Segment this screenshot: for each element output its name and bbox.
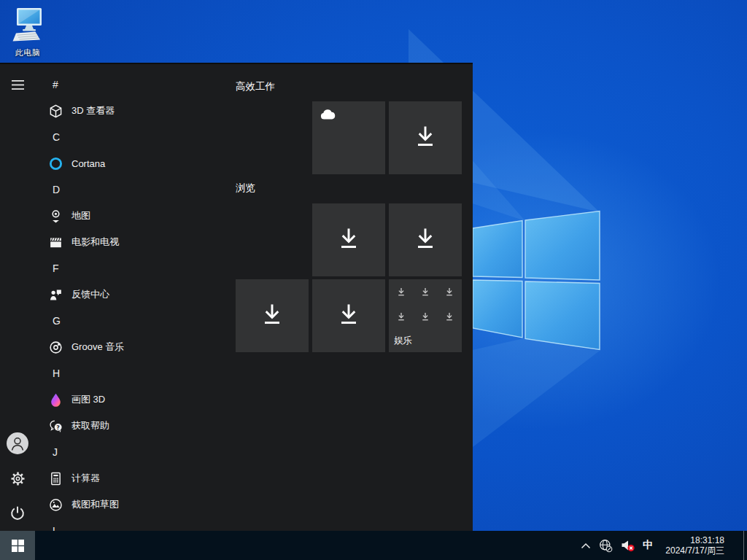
- download-arrow-icon: [414, 125, 437, 151]
- app-item-groove-music[interactable]: Groove 音乐: [35, 334, 232, 360]
- letter-label: J: [53, 446, 58, 458]
- app-list-letter-c[interactable]: C: [35, 124, 232, 150]
- calculator-icon: [48, 471, 63, 486]
- mini-download-arrow-icon: [445, 287, 454, 298]
- app-label: 计算器: [71, 472, 100, 485]
- chevron-up-icon: [581, 542, 591, 549]
- empty-tile-slot: [236, 203, 309, 276]
- tile-group-label-browse[interactable]: 浏览: [236, 182, 463, 195]
- user-account-button[interactable]: [0, 426, 35, 461]
- tile-folder-label: 娱乐: [394, 335, 412, 347]
- app-item-3d-viewer[interactable]: 3D 查看器: [35, 98, 232, 124]
- cube-icon: [48, 104, 63, 119]
- letter-label: C: [53, 131, 60, 143]
- windows-logo-icon: [12, 540, 24, 552]
- snip-sketch-icon: [48, 497, 63, 513]
- hamburger-menu-icon: [12, 80, 24, 90]
- app-item-get-help[interactable]: ? 获取帮助: [35, 413, 232, 439]
- letter-label: D: [53, 184, 60, 195]
- letter-label: #: [53, 79, 58, 90]
- tile-grid-browse: 娱乐: [236, 203, 463, 352]
- system-tray: 中 18:31:18 2024/7/17/周三: [581, 531, 747, 560]
- app-list: # 3D 查看器 C Cortana D: [35, 71, 232, 531]
- tile-folder-entertainment[interactable]: 娱乐: [389, 279, 462, 352]
- letter-label: G: [53, 315, 61, 327]
- download-arrow-icon: [260, 303, 284, 329]
- letter-label: H: [53, 368, 60, 379]
- user-avatar-icon: [7, 432, 28, 454]
- desktop-icon-this-pc[interactable]: 此电脑: [7, 6, 49, 58]
- paint-drop-icon: [48, 392, 63, 408]
- mini-download-arrow-icon: [445, 312, 454, 322]
- app-label: Groove 音乐: [71, 341, 124, 354]
- tile-area: 高效工作 浏览: [236, 64, 463, 352]
- app-item-cortana[interactable]: Cortana: [35, 150, 232, 176]
- mini-download-arrow-icon: [421, 287, 430, 298]
- start-button[interactable]: [0, 531, 35, 560]
- mini-download-arrow-icon: [421, 312, 430, 322]
- app-item-paint-3d[interactable]: 画图 3D: [35, 386, 232, 413]
- tile-pending-download[interactable]: [312, 279, 385, 352]
- app-label: 地图: [71, 209, 90, 222]
- power-icon: [9, 505, 26, 522]
- app-list-letter-j[interactable]: J: [35, 439, 232, 465]
- person-feedback-icon: [48, 287, 63, 303]
- network-status-button[interactable]: [598, 538, 613, 553]
- this-pc-icon: [7, 6, 48, 44]
- letter-label: L: [53, 525, 58, 531]
- app-label: 画图 3D: [71, 393, 105, 406]
- map-pin-icon: [48, 209, 63, 224]
- app-item-snip-sketch[interactable]: 截图和草图: [35, 491, 232, 518]
- app-list-letter-l[interactable]: L: [35, 518, 232, 531]
- onedrive-cloud-icon: [319, 109, 336, 120]
- app-label: Cortana: [71, 158, 105, 169]
- show-hidden-icons-button[interactable]: [581, 542, 591, 549]
- tile-pending-download[interactable]: [236, 279, 309, 352]
- taskbar: 中 18:31:18 2024/7/17/周三: [0, 531, 747, 560]
- svg-text:?: ?: [56, 424, 60, 430]
- mini-download-arrow-icon: [397, 287, 406, 298]
- gear-icon: [9, 470, 26, 487]
- clock-time: 18:31:18: [660, 535, 724, 545]
- volume-muted-button[interactable]: [620, 538, 635, 553]
- app-item-movies-tv[interactable]: 电影和电视: [35, 229, 232, 255]
- speaker-muted-icon: [620, 538, 635, 553]
- taskbar-clock[interactable]: 18:31:18 2024/7/17/周三: [660, 535, 724, 556]
- tile-pending-download[interactable]: [389, 203, 462, 276]
- settings-button[interactable]: [0, 461, 35, 496]
- ime-indicator[interactable]: 中: [643, 539, 653, 552]
- tile-grid-productivity: [236, 101, 463, 174]
- download-arrow-icon: [337, 303, 360, 329]
- globe-no-internet-icon: [598, 538, 613, 553]
- start-menu-rail: [0, 64, 35, 531]
- app-list-letter-d[interactable]: D: [35, 176, 232, 203]
- tile-group-label-productivity[interactable]: 高效工作: [236, 80, 463, 93]
- letter-label: F: [53, 262, 59, 274]
- start-menu: # 3D 查看器 C Cortana D: [0, 63, 473, 531]
- tile-pending-download[interactable]: [389, 101, 462, 174]
- clock-date: 2024/7/17/周三: [660, 545, 724, 556]
- app-label: 电影和电视: [71, 236, 119, 249]
- app-label: 获取帮助: [71, 419, 109, 432]
- cortana-ring-icon: [48, 156, 63, 171]
- empty-tile-slot: [236, 101, 309, 174]
- screen: 此电脑: [0, 0, 747, 560]
- tile-onedrive[interactable]: [312, 101, 385, 174]
- download-arrow-icon: [414, 228, 437, 253]
- app-label: 3D 查看器: [71, 104, 115, 117]
- app-item-maps[interactable]: 地图: [35, 203, 232, 229]
- app-list-letter-f[interactable]: F: [35, 255, 232, 281]
- app-label: 截图和草图: [71, 498, 119, 511]
- desktop-icon-label: 此电脑: [7, 47, 49, 58]
- mini-download-arrow-icon: [397, 312, 406, 322]
- expand-menu-button[interactable]: [0, 67, 35, 102]
- tile-pending-download[interactable]: [312, 203, 385, 276]
- power-button[interactable]: [0, 496, 35, 531]
- show-desktop-button[interactable]: [743, 531, 747, 560]
- app-list-letter-hash[interactable]: #: [35, 71, 232, 98]
- app-list-letter-h[interactable]: H: [35, 360, 232, 386]
- app-list-letter-g[interactable]: G: [35, 308, 232, 334]
- app-item-calculator[interactable]: 计算器: [35, 465, 232, 491]
- app-item-feedback-hub[interactable]: 反馈中心: [35, 281, 232, 308]
- app-label: 反馈中心: [71, 288, 109, 301]
